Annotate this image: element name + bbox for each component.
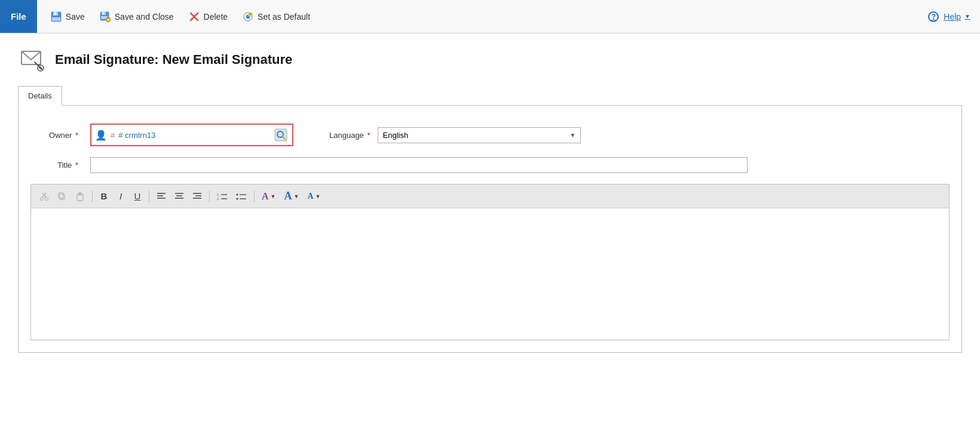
rte-divider-1 bbox=[92, 190, 93, 202]
form-container: Owner * 👤 # # crmtrn13 Language * bbox=[18, 106, 962, 353]
font-color-button[interactable]: A ▼ bbox=[258, 189, 279, 204]
title-input[interactable] bbox=[90, 157, 748, 173]
form-row-owner: Owner * 👤 # # crmtrn13 Language * bbox=[30, 124, 950, 146]
ordered-list-button[interactable]: 1. 2. bbox=[213, 190, 231, 203]
font-color-dropdown-icon: ▼ bbox=[271, 193, 276, 199]
svg-point-47 bbox=[237, 198, 238, 199]
set-default-button[interactable]: ✓ Set as Default bbox=[236, 7, 316, 26]
font-button[interactable]: A ▼ bbox=[304, 189, 324, 204]
owner-hash: # bbox=[111, 131, 115, 140]
owner-required-star: * bbox=[73, 131, 78, 140]
copy-button[interactable] bbox=[54, 189, 71, 204]
help-icon: ? bbox=[928, 11, 939, 22]
form-row-title: Title * bbox=[30, 157, 950, 173]
save-label: Save bbox=[66, 12, 85, 21]
svg-rect-32 bbox=[79, 192, 81, 194]
rte-toolbar: B I U bbox=[31, 184, 949, 208]
save-close-button[interactable]: ✕ Save and Close bbox=[93, 7, 180, 26]
set-default-label: Set as Default bbox=[258, 12, 310, 21]
svg-rect-6 bbox=[103, 12, 104, 14]
language-group: Language * English bbox=[329, 127, 581, 143]
language-select[interactable]: English bbox=[378, 127, 581, 143]
owner-lookup-button[interactable] bbox=[273, 127, 289, 143]
svg-text:✕: ✕ bbox=[106, 18, 110, 22]
align-center-button[interactable] bbox=[171, 190, 188, 203]
title-required-star: * bbox=[73, 161, 78, 170]
save-icon bbox=[50, 11, 62, 23]
font-size-dropdown-icon: ▼ bbox=[293, 193, 299, 199]
help-dropdown-icon: ▼ bbox=[964, 13, 970, 20]
align-right-button[interactable] bbox=[189, 190, 206, 203]
underline-button[interactable]: U bbox=[130, 189, 145, 204]
help-button[interactable]: ? Help ▼ bbox=[928, 11, 970, 22]
svg-text:✓: ✓ bbox=[249, 13, 252, 16]
person-icon: 👤 bbox=[95, 130, 107, 141]
toolbar-right: ? Help ▼ bbox=[928, 11, 980, 22]
language-select-wrapper: English bbox=[378, 127, 581, 143]
rte-divider-2 bbox=[149, 190, 149, 202]
tab-details[interactable]: Details bbox=[18, 86, 62, 106]
unordered-list-button[interactable] bbox=[232, 190, 250, 203]
delete-label: Delete bbox=[204, 12, 228, 21]
main-toolbar: File Save bbox=[0, 0, 980, 33]
delete-icon bbox=[188, 11, 200, 23]
svg-rect-3 bbox=[52, 17, 60, 21]
save-close-icon: ✕ bbox=[99, 11, 111, 23]
page-icon bbox=[18, 45, 47, 74]
tab-bar: Details bbox=[18, 86, 962, 106]
svg-rect-2 bbox=[54, 12, 56, 14]
rich-text-editor: B I U bbox=[30, 184, 950, 340]
owner-field: 👤 # # crmtrn13 bbox=[90, 124, 293, 146]
paste-button[interactable] bbox=[72, 189, 88, 204]
language-required-star: * bbox=[365, 131, 370, 140]
main-content: Email Signature: New Email Signature Det… bbox=[0, 33, 980, 437]
svg-point-46 bbox=[237, 193, 238, 195]
title-label: Title * bbox=[30, 161, 78, 170]
owner-label: Owner * bbox=[30, 131, 78, 140]
align-left-button[interactable] bbox=[153, 190, 170, 203]
save-button[interactable]: Save bbox=[44, 7, 91, 26]
italic-button[interactable]: I bbox=[113, 189, 128, 204]
toolbar-actions: Save ✕ Save and Close bbox=[37, 7, 928, 26]
set-default-icon: ✓ bbox=[242, 11, 254, 23]
rte-body[interactable] bbox=[31, 208, 949, 340]
page-header: Email Signature: New Email Signature bbox=[18, 45, 962, 74]
svg-point-26 bbox=[41, 197, 44, 200]
bold-button[interactable]: B bbox=[96, 189, 112, 204]
owner-value: # crmtrn13 bbox=[118, 131, 270, 140]
rte-divider-3 bbox=[209, 190, 210, 202]
rte-divider-4 bbox=[254, 190, 255, 202]
page-title: Email Signature: New Email Signature bbox=[55, 52, 292, 67]
svg-text:1.: 1. bbox=[217, 193, 219, 196]
help-label: Help bbox=[944, 12, 961, 21]
cut-button[interactable] bbox=[36, 189, 53, 204]
svg-point-27 bbox=[45, 197, 48, 200]
file-menu-button[interactable]: File bbox=[0, 0, 37, 33]
language-label: Language * bbox=[329, 131, 370, 140]
save-close-label: Save and Close bbox=[115, 12, 174, 21]
delete-button[interactable]: Delete bbox=[182, 7, 234, 26]
font-dropdown-icon: ▼ bbox=[316, 193, 321, 199]
font-size-button[interactable]: A ▼ bbox=[280, 187, 302, 205]
svg-text:2.: 2. bbox=[217, 197, 219, 201]
